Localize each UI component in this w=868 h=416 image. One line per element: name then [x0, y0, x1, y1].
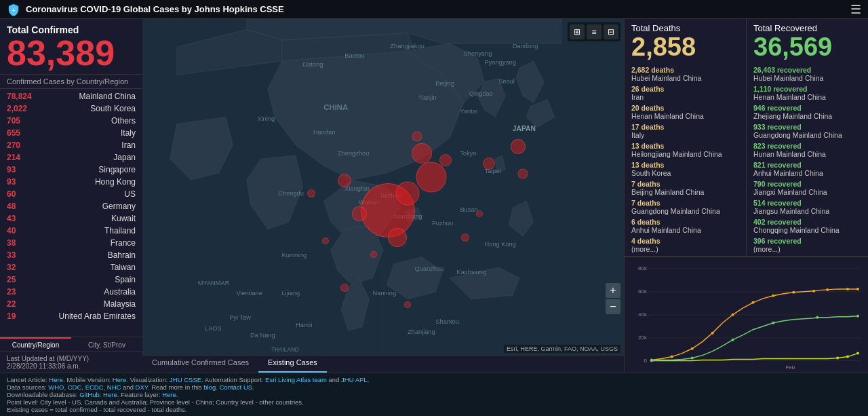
- svg-point-71: [691, 356, 694, 359]
- chart-svg-container: 80k 60k 40k 20k 0 Feb: [625, 257, 868, 373]
- map-zoom-controls: + −: [606, 283, 620, 314]
- svg-text:Kaohsiung: Kaohsiung: [456, 269, 486, 276]
- death-location: South Korea: [631, 169, 671, 177]
- dot-hebei: [412, 132, 422, 142]
- country-name: Others: [111, 116, 136, 126]
- footer-cdc[interactable]: CDC: [68, 383, 82, 391]
- info-footer: Lancet Article: Here. Mobile Version: He…: [0, 373, 868, 416]
- dot-shandong: [439, 154, 452, 166]
- footer-here1[interactable]: Here: [103, 391, 117, 398]
- dot-sichuan: [307, 189, 315, 197]
- country-list-item[interactable]: 33Bahrain: [0, 249, 142, 261]
- country-name: United Arab Emirates: [59, 311, 136, 321]
- country-list-item[interactable]: 93Hong Kong: [0, 176, 142, 188]
- svg-point-68: [846, 355, 849, 358]
- svg-text:Hanoi: Hanoi: [296, 322, 312, 328]
- country-list-item[interactable]: 78,824Mainland China: [0, 90, 142, 102]
- footer-link-esri[interactable]: Esri Living Atlas team: [265, 376, 327, 383]
- dot-yunnan: [322, 238, 329, 244]
- country-list-item[interactable]: 19United Arab Emirates: [0, 310, 142, 322]
- death-location: Heilongjiang Mainland China: [631, 150, 722, 158]
- svg-text:0: 0: [644, 357, 647, 363]
- footer-here2[interactable]: Here: [162, 391, 176, 398]
- tab-city-st[interactable]: City, St/Prov: [71, 337, 142, 352]
- deaths-list-item: 13 deathsSouth Korea: [625, 159, 746, 178]
- map-area: Baotou Zhangjiakou Datong Shenyang Dando…: [142, 19, 624, 373]
- death-count: 6 deaths: [631, 218, 660, 226]
- deaths-list-item: 20 deathsHenan Mainland China: [625, 102, 746, 121]
- svg-text:Lijiang: Lijiang: [281, 290, 300, 297]
- dot-beijing: [412, 143, 432, 164]
- map-tiles-view-btn[interactable]: ⊟: [604, 24, 618, 39]
- svg-text:Xining: Xining: [257, 115, 275, 122]
- recovered-list-item: 946 recoveredZhejiang Mainland China: [747, 102, 868, 121]
- country-list-item[interactable]: 23Australia: [0, 286, 142, 298]
- recovered-location: Guangdong Mainland China: [753, 131, 842, 139]
- death-count: 13 deaths: [631, 161, 664, 169]
- map-attribution: Esri, HERE, Garmin, FAO, NOAA, USGS: [504, 345, 620, 353]
- deaths-panel: Total Deaths 2,858 2,682 deathsHubei Mai…: [624, 19, 746, 257]
- tab-country-region[interactable]: Country/Region: [0, 337, 71, 352]
- map-list-view-btn[interactable]: ≡: [587, 24, 601, 39]
- footer-link-jhu[interactable]: JHU CSSE: [170, 376, 201, 383]
- dot-korea: [483, 157, 495, 170]
- deaths-header: Total Deaths 2,858: [625, 19, 746, 63]
- country-list-item[interactable]: 2,022South Korea: [0, 102, 142, 115]
- country-name: Hong Kong: [95, 177, 136, 187]
- country-list-item[interactable]: 32Taiwan: [0, 261, 142, 273]
- country-list-item[interactable]: 43Kuwait: [0, 212, 142, 225]
- footer-nhc[interactable]: NHC: [107, 383, 121, 391]
- svg-text:80k: 80k: [638, 265, 647, 271]
- recovered-location: Hunan Mainland China: [753, 150, 826, 158]
- svg-text:Tokyo: Tokyo: [460, 150, 476, 157]
- country-name: France: [111, 238, 136, 248]
- country-list-item[interactable]: 60US: [0, 188, 142, 200]
- header-title: Coronavirus COVID-19 Global Cases by Joh…: [26, 4, 284, 14]
- map-bottom-tabs: Cumulative Confirmed Cases Existing Case…: [142, 355, 624, 373]
- recovered-location: Jiangsu Mainland China: [753, 207, 829, 215]
- svg-text:Xiangfan: Xiangfan: [344, 185, 370, 192]
- footer-who[interactable]: WHO: [48, 383, 64, 391]
- sidebar-total-section: Total Confirmed 83,389: [0, 19, 142, 75]
- map-zoom-out-btn[interactable]: −: [606, 299, 620, 314]
- footer-dxy[interactable]: DXY: [136, 383, 148, 391]
- country-list-item[interactable]: 655Italy: [0, 127, 142, 139]
- footer-ecdc[interactable]: ECDC: [85, 383, 104, 391]
- country-count: 655: [7, 128, 31, 138]
- map-grid-view-btn[interactable]: ⊞: [570, 24, 585, 39]
- recovered-list-item: 821 recoveredAnhui Mainland China: [747, 159, 868, 178]
- map-container[interactable]: Baotou Zhangjiakou Datong Shenyang Dando…: [142, 19, 624, 355]
- svg-text:Shantou: Shantou: [435, 318, 459, 325]
- chart-svg: 80k 60k 40k 20k 0 Feb: [628, 261, 865, 373]
- dot-shanghai: [416, 162, 447, 192]
- map-zoom-in-btn[interactable]: +: [606, 283, 620, 298]
- deaths-number: 2,858: [631, 33, 739, 62]
- deaths-list-item: 6 deathsAnhui Mainland China: [625, 216, 746, 235]
- country-list-item[interactable]: 214Japan: [0, 151, 142, 164]
- country-list-item[interactable]: 48Germany: [0, 200, 142, 212]
- country-list-item[interactable]: 40Thailand: [0, 225, 142, 237]
- death-location: Iran: [631, 93, 644, 101]
- country-list-item[interactable]: 93Singapore: [0, 164, 142, 176]
- country-list-item[interactable]: 22Malaysia: [0, 298, 142, 310]
- country-list-item[interactable]: 38France: [0, 237, 142, 249]
- dot-taiwan: [476, 210, 483, 217]
- by-country-label: Confirmed Cases by Country/Region: [0, 75, 142, 89]
- deaths-list-item: 26 deathsIran: [625, 83, 746, 102]
- footer-blog[interactable]: blog: [203, 383, 216, 391]
- svg-point-74: [816, 316, 818, 319]
- footer-link-mobile[interactable]: Here: [113, 376, 127, 383]
- dot-hongkong: [461, 233, 469, 242]
- footer-contact[interactable]: Contact US: [220, 383, 253, 391]
- country-list-item[interactable]: 270Iran: [0, 139, 142, 151]
- svg-text:Handan: Handan: [313, 129, 335, 136]
- hamburger-icon[interactable]: ☰: [850, 2, 861, 17]
- country-list-item[interactable]: 705Others: [0, 115, 142, 127]
- footer-link-jhualp[interactable]: JHU APL: [341, 376, 368, 383]
- tab-existing[interactable]: Existing Cases: [258, 356, 327, 373]
- map-background: Baotou Zhangjiakou Datong Shenyang Dando…: [142, 19, 624, 355]
- tab-cumulative[interactable]: Cumulative Confirmed Cases: [142, 356, 258, 373]
- footer-github-link[interactable]: GitHub: [79, 391, 100, 398]
- country-list-item[interactable]: 25Spain: [0, 273, 142, 286]
- footer-link-lancet[interactable]: Here: [49, 376, 63, 383]
